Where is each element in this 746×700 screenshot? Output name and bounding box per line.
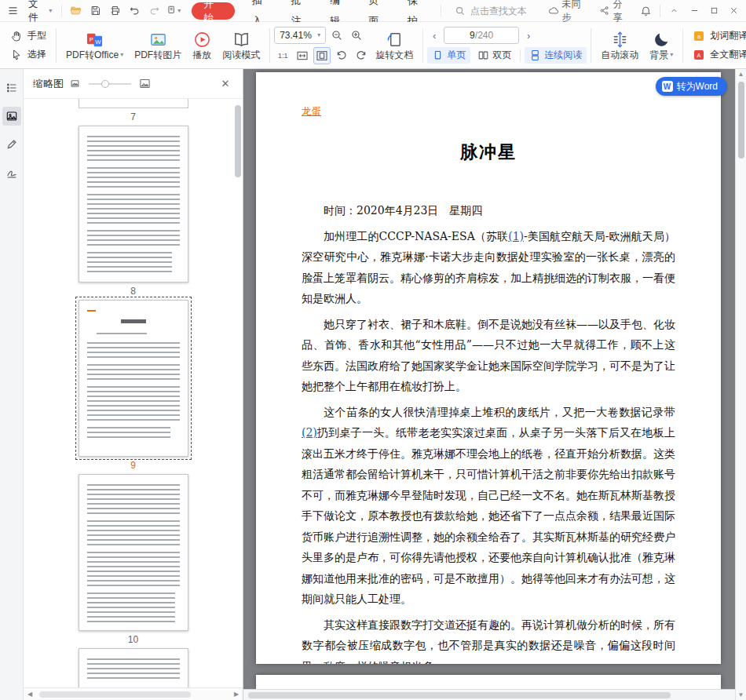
- footnote-link[interactable]: (1): [508, 230, 524, 242]
- book-icon: [232, 31, 250, 49]
- rotate-document-button[interactable]: 旋转文档: [370, 28, 419, 63]
- titlebar: 文件 ▾ ▾ 开始 插入 批注 编辑 页面 保护: [0, 0, 746, 22]
- divider: [520, 49, 521, 62]
- document-vscrollbar-thumb[interactable]: [738, 82, 744, 159]
- full-translate-button[interactable]: A 全文翻译: [687, 46, 746, 63]
- thumbnail-page-10[interactable]: [79, 474, 188, 631]
- annotation-panel-icon[interactable]: [2, 135, 21, 154]
- thumbnail-page-9[interactable]: [79, 300, 188, 457]
- hamburger-menu-icon[interactable]: [3, 2, 22, 20]
- document-header-link[interactable]: 龙蛋: [302, 105, 321, 118]
- thumbnail-size-slider[interactable]: [89, 83, 131, 85]
- chevron-down-icon: ▾: [317, 32, 320, 38]
- thumbnail-page-11[interactable]: [79, 648, 188, 687]
- fit-page-button[interactable]: [313, 47, 331, 64]
- rotate-right-button[interactable]: [353, 47, 370, 64]
- thumbnail-larger-icon[interactable]: [139, 78, 151, 89]
- text-run: 这个苗条的女人很快清理掉桌上堆积的废纸片，又把一大卷数据记录带: [324, 406, 675, 418]
- thumbnail-page-8[interactable]: [79, 126, 188, 283]
- notification-icon[interactable]: [636, 2, 655, 20]
- play-button[interactable]: 播放: [187, 28, 217, 63]
- print-icon[interactable]: [105, 2, 124, 20]
- word-translate-button[interactable]: a 划词翻译: [687, 27, 746, 44]
- hscrollbar-thumb[interactable]: [39, 691, 191, 698]
- fit-width-icon: [296, 49, 309, 62]
- reading-mode-button[interactable]: 阅读模式: [217, 28, 265, 63]
- pdf-to-office-button[interactable]: P W PDF转Office▾: [60, 28, 129, 63]
- thumbnails-panel-icon[interactable]: [2, 107, 21, 126]
- play-icon: [193, 31, 211, 49]
- outline-panel-icon[interactable]: [2, 78, 21, 97]
- minimize-button[interactable]: [686, 2, 704, 20]
- divider: [660, 5, 660, 17]
- share-label: 分享: [613, 0, 630, 24]
- maximize-button[interactable]: [705, 2, 723, 20]
- convert-to-word-label: 转为Word: [677, 80, 718, 93]
- scroll-right-icon[interactable]: ▶: [230, 691, 243, 698]
- chevron-down-icon: ▾: [120, 52, 123, 58]
- close-panel-icon[interactable]: ✕: [218, 78, 233, 89]
- word-translate-icon: a: [693, 30, 705, 42]
- actual-size-button[interactable]: 1:1: [274, 47, 291, 64]
- full-translate-label: 全文翻译: [710, 48, 746, 61]
- select-tool-label: 选择: [27, 48, 46, 61]
- document-hscrollbar-thumb[interactable]: [248, 692, 671, 698]
- svg-text:P: P: [90, 35, 93, 42]
- double-page-view-button[interactable]: 双页: [473, 47, 516, 64]
- divider: [269, 28, 270, 63]
- background-button[interactable]: 背景▾: [644, 28, 678, 63]
- single-page-icon: [432, 49, 444, 61]
- search-box[interactable]: [455, 5, 543, 16]
- document-canvas[interactable]: 龙蛋 脉冲星 时间：2020年4月23日 星期四 加州理工的CCCP-NASA-…: [243, 69, 735, 700]
- redo-icon[interactable]: [144, 2, 163, 20]
- page-number-input[interactable]: 9/240: [444, 27, 519, 44]
- sync-status[interactable]: 未同步: [543, 0, 593, 24]
- quick-command-dropdown[interactable]: ▾: [164, 2, 183, 20]
- continuous-view-button[interactable]: 连续阅读: [525, 47, 587, 64]
- rotate-left-button[interactable]: [333, 47, 350, 64]
- double-page-icon: [477, 49, 489, 61]
- signature-panel-icon[interactable]: [2, 163, 21, 182]
- auto-scroll-button[interactable]: 自动滚动: [595, 28, 644, 63]
- scroll-left-icon[interactable]: ◀: [24, 691, 36, 698]
- thumbnail-page-7[interactable]: [79, 99, 188, 108]
- pointer-tools-group: 手型 选择: [5, 27, 52, 63]
- undo-icon[interactable]: [125, 2, 144, 20]
- scroll-down-icon[interactable]: ▼: [736, 691, 746, 698]
- save-icon[interactable]: [86, 2, 104, 20]
- thumbnail-scrollbar-thumb[interactable]: [235, 105, 241, 177]
- word-translate-label: 划词翻译: [710, 29, 746, 42]
- collapse-ribbon-icon[interactable]: [665, 2, 683, 20]
- continuous-view-label: 连续阅读: [544, 49, 582, 62]
- thumbnail-hscrollbar[interactable]: ◀ ▶: [24, 687, 243, 700]
- slider-knob[interactable]: [101, 80, 109, 88]
- footnote-link[interactable]: (2): [302, 426, 317, 439]
- zoom-out-button[interactable]: [328, 27, 346, 44]
- pdf-to-image-button[interactable]: PDF转图片: [129, 28, 187, 63]
- select-tool-button[interactable]: 选择: [5, 46, 52, 63]
- zoom-in-button[interactable]: [348, 27, 365, 44]
- thumbnail-smaller-icon[interactable]: [69, 78, 81, 89]
- fit-width-button[interactable]: [294, 47, 311, 64]
- document-page[interactable]: 龙蛋 脉冲星 时间：2020年4月23日 星期四 加州理工的CCCP-NASA-…: [256, 72, 721, 664]
- share-button[interactable]: 分享: [594, 0, 635, 24]
- zoom-level-select[interactable]: 73.41% ▾: [274, 27, 326, 44]
- document-hscrollbar[interactable]: [243, 689, 735, 700]
- next-page-button[interactable]: ›: [521, 27, 536, 44]
- hscrollbar-track[interactable]: [36, 688, 230, 700]
- document-vscrollbar[interactable]: ▲ ▼: [735, 69, 746, 700]
- reading-mode-label: 阅读模式: [222, 50, 260, 60]
- single-page-view-button[interactable]: 单页: [427, 47, 470, 64]
- document-paragraph: 她只穿了衬衣、裙子和木底鞋。倒不是说她没有丝袜——以及手包、化妆品、首饰、香水和…: [302, 314, 675, 397]
- previous-page-button[interactable]: ‹: [427, 27, 441, 44]
- text-run: 加州理工的CCCP-NASA-ESA（苏联: [324, 230, 508, 242]
- scroll-up-icon[interactable]: ▲: [736, 71, 746, 78]
- file-menu[interactable]: 文件 ▾: [23, 2, 57, 20]
- chapter-title: 脉冲星: [302, 140, 675, 164]
- tab-home[interactable]: 开始: [192, 2, 235, 20]
- search-input[interactable]: [470, 5, 543, 16]
- convert-to-word-button[interactable]: W 转为Word: [656, 77, 727, 96]
- close-button[interactable]: [725, 2, 743, 20]
- open-file-icon[interactable]: [66, 2, 85, 20]
- hand-tool-button[interactable]: 手型: [5, 27, 52, 44]
